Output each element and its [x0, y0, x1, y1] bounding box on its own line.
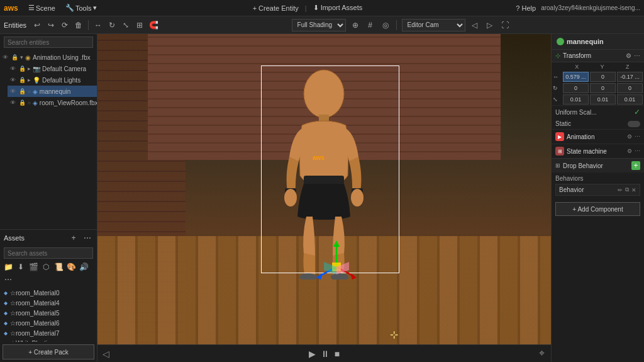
behaviors-section: Behaviors Behavior ✏ ⧉ ✕ — [552, 173, 644, 198]
behavior-delete-icon[interactable]: ✕ — [631, 187, 636, 193]
import-icon[interactable]: ⬇ — [15, 261, 26, 273]
add-component-button[interactable]: + Add Component — [555, 202, 640, 216]
create-entity-button[interactable]: + Create Entity — [253, 4, 299, 12]
entity-icon[interactable]: ⬡ — [40, 261, 52, 273]
assets-search-input[interactable] — [4, 247, 93, 259]
eye-icon[interactable]: 👁 — [10, 77, 16, 83]
light-icon: 💡 — [33, 77, 40, 84]
vr-icon[interactable]: ⌖ — [539, 348, 545, 359]
scale-z-input[interactable] — [617, 94, 643, 105]
scale-y-input[interactable] — [590, 94, 616, 105]
lock-icon[interactable]: 🔒 — [19, 88, 26, 94]
help-button[interactable]: ? Help — [516, 4, 536, 12]
rotation-x-input[interactable] — [563, 83, 589, 93]
eye-icon[interactable]: 👁 — [10, 65, 16, 72]
delete-icon[interactable]: 🗑 — [73, 20, 84, 31]
asset-item[interactable]: ◆☆WhitePlastic — [0, 338, 97, 342]
create-pack-button[interactable]: + Create Pack — [3, 344, 94, 359]
static-toggle[interactable] — [628, 121, 640, 127]
snap-icon[interactable]: 🧲 — [148, 20, 159, 31]
prev-cam-icon[interactable]: ◁ — [469, 20, 480, 31]
tree-item-mannequin[interactable]: 👁 🔒 ○ ◈ mannequin — [8, 86, 97, 97]
tree-item-room[interactable]: 👁 🔒 ○ ◈ room_ViewRoom.fbx — [8, 97, 97, 108]
lock-icon[interactable]: 🔒 — [11, 54, 18, 60]
camera-snap-icon[interactable]: ◎ — [380, 20, 391, 31]
import-assets-button[interactable]: ⬇ Import Assets — [313, 4, 363, 12]
camera-select[interactable]: Editor Cam Default Camera — [402, 19, 465, 31]
hamburger-icon: ☰ — [28, 4, 35, 12]
pause-button[interactable]: ⏸ — [321, 349, 330, 359]
audio-icon[interactable]: 🔊 — [78, 261, 89, 273]
asset-item[interactable]: ◆☆room_Material5 — [0, 308, 97, 318]
entities-search-input[interactable] — [4, 37, 93, 48]
rotation-y-input[interactable] — [590, 83, 616, 93]
asset-item[interactable]: ◆☆room_Material6 — [0, 318, 97, 328]
fullscreen-icon[interactable]: ⛶ — [499, 20, 511, 31]
undo-icon[interactable]: ↩ — [31, 20, 43, 31]
grid-icon[interactable]: ⊞ — [134, 20, 145, 31]
expand-arrow[interactable]: ▸ — [28, 77, 31, 83]
drop-behavior-row[interactable]: ⊞ Drop Behavior + — [552, 158, 644, 173]
x-axis-label: X — [564, 64, 589, 70]
state-more-icon[interactable]: ⋯ — [635, 148, 640, 154]
eye-icon[interactable]: 👁 — [10, 88, 16, 94]
uniform-scale-checkbox[interactable]: ✓ — [634, 108, 640, 116]
transform-options-icon[interactable]: ⋯ — [634, 52, 640, 59]
scene-menu[interactable]: ☰ Scene — [26, 3, 58, 13]
expand-arrow[interactable]: ▾ — [20, 54, 23, 60]
position-z-input[interactable] — [617, 72, 643, 82]
play-button[interactable]: ▶ — [309, 349, 316, 359]
lock-icon[interactable]: 🔒 — [19, 99, 26, 106]
asset-item[interactable]: ◆☆room_Material4 — [0, 298, 97, 308]
eye-icon[interactable]: 👁 — [3, 54, 8, 60]
tree-label: Default Camera — [42, 65, 94, 72]
asset-label: ☆room_Material6 — [10, 320, 59, 327]
behavior-row[interactable]: Behavior ✏ ⧉ ✕ — [555, 184, 640, 196]
next-cam-icon[interactable]: ▷ — [484, 20, 496, 31]
redo-icon[interactable]: ↪ — [45, 20, 57, 31]
rotation-z-input[interactable] — [617, 83, 643, 93]
position-x-input[interactable] — [563, 72, 589, 82]
state-machine-component-row[interactable]: ⊞ State machine ⚙ ⋯ — [552, 144, 644, 158]
new-folder-icon[interactable]: 📁 — [3, 261, 14, 273]
scale-x-input[interactable] — [563, 94, 589, 105]
expand-arrow[interactable]: ▸ — [28, 65, 31, 72]
behavior-copy-icon[interactable]: ⧉ — [625, 186, 629, 193]
eye-icon[interactable]: 👁 — [10, 99, 16, 106]
tree-item-default-lights[interactable]: 👁 🔒 ▸ 💡 Default Lights — [8, 74, 97, 86]
assets-settings-icon[interactable]: ⋯ — [82, 232, 93, 244]
rotate-icon[interactable]: ↻ — [106, 20, 118, 31]
left-arrow-icon[interactable]: ◁ — [103, 349, 109, 359]
transform-header: ⊹ Transform ⚙ ⋯ — [552, 50, 644, 62]
transform-gear-icon[interactable]: ⚙ — [626, 52, 631, 59]
scene-icon[interactable]: 🎬 — [28, 261, 39, 273]
grid2-icon[interactable]: # — [365, 20, 376, 31]
stop-button[interactable]: ■ — [335, 349, 340, 359]
tools-menu[interactable]: 🔧 Tools ▾ — [63, 3, 99, 13]
animation-gear-icon[interactable]: ⚙ — [627, 133, 632, 140]
state-gear-icon[interactable]: ⚙ — [627, 148, 632, 154]
asset-item[interactable]: ◆☆room_Material7 — [0, 328, 97, 338]
material-icon[interactable]: 🎨 — [65, 261, 77, 273]
refresh-icon[interactable]: ⟳ — [59, 20, 70, 31]
lock-icon[interactable]: 🔒 — [19, 65, 26, 72]
add-behavior-icon[interactable]: + — [631, 161, 640, 170]
add-asset-icon[interactable]: + — [68, 232, 79, 244]
animation-more-icon[interactable]: ⋯ — [635, 133, 640, 140]
asset-dot: ◆ — [4, 320, 8, 326]
tree-item-animation-fbx[interactable]: 👁 🔒 ▾ ◉ Animation Using .fbx — [0, 52, 97, 63]
behavior-edit-icon[interactable]: ✏ — [618, 187, 623, 193]
animation-component-row[interactable]: ▶ Animation ⚙ ⋯ — [552, 129, 644, 144]
position-y-input[interactable] — [590, 72, 616, 82]
asset-item[interactable]: ◆☆room_Material0 — [0, 288, 97, 298]
move-icon[interactable]: ↔ — [92, 20, 104, 31]
tree-item-default-camera[interactable]: 👁 🔒 ▸ 📷 Default Camera — [8, 63, 97, 74]
svg-text:aws: aws — [313, 154, 325, 161]
align-icon[interactable]: ⊕ — [350, 20, 361, 31]
viewport[interactable]: aws ⊹ ◁ ▶ ⏸ ■ — [97, 34, 551, 362]
shading-select[interactable]: Full Shading Wireframe Solid — [292, 19, 346, 31]
more-icon[interactable]: ⋯ — [3, 274, 14, 285]
script-icon[interactable]: 📜 — [53, 261, 64, 273]
lock-icon[interactable]: 🔒 — [19, 77, 26, 83]
scale-icon[interactable]: ⤡ — [120, 20, 131, 31]
